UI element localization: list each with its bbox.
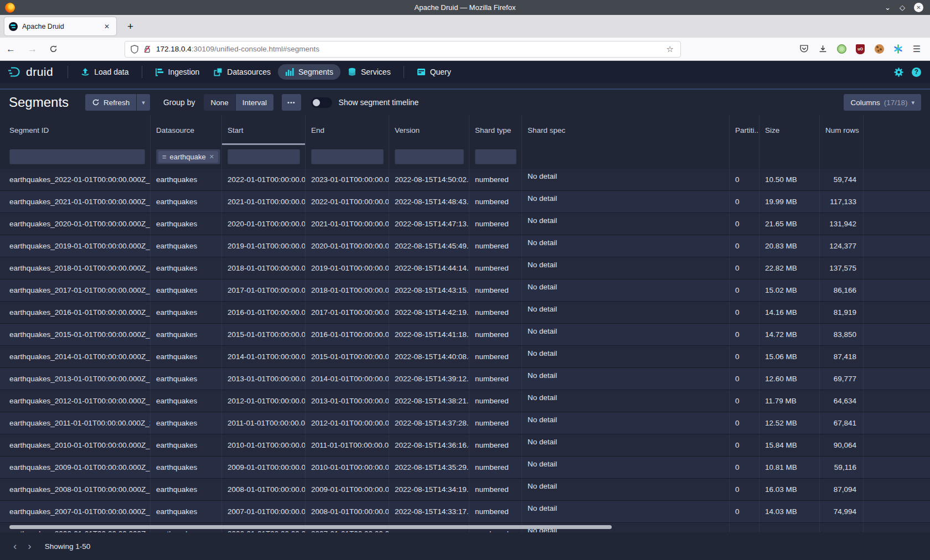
url-text[interactable]: 172.18.0.4:30109/unified-console.html#se… <box>156 45 665 53</box>
cell-id: earthquakes_2013-01-01T00:00:00.000Z_2..… <box>0 368 151 390</box>
table-row[interactable]: earthquakes_2007-01-01T00:00:00.000Z_2..… <box>0 501 930 523</box>
tab-close-icon[interactable]: ✕ <box>102 22 112 32</box>
column-header-start[interactable]: Start <box>222 115 306 145</box>
table-row[interactable]: earthquakes_2021-01-01T00:00:00.000Z_2..… <box>0 191 930 213</box>
cell-end: 2023-01-01T00:00:00.0... <box>306 169 389 190</box>
table-row[interactable]: earthquakes_2020-01-01T00:00:00.000Z_2..… <box>0 213 930 235</box>
filter-input-end[interactable] <box>311 149 384 164</box>
nav-item-segments[interactable]: Segments <box>278 64 340 80</box>
cell-shard-spec: No detail <box>522 390 730 412</box>
table-row[interactable]: earthquakes_2019-01-01T00:00:00.000Z_2..… <box>0 235 930 257</box>
refresh-button[interactable]: Refresh <box>85 94 136 111</box>
column-header-num-rows[interactable]: Num rows <box>820 115 864 145</box>
cell-trailing <box>864 479 930 500</box>
table-row[interactable]: earthquakes_2016-01-01T00:00:00.000Z_2..… <box>0 302 930 324</box>
column-header-size[interactable]: Size <box>760 115 820 145</box>
nav-item-label: Query <box>430 68 451 76</box>
table-row[interactable]: earthquakes_2011-01-01T00:00:00.000Z_2..… <box>0 412 930 434</box>
bookmark-star-icon[interactable]: ☆ <box>665 44 675 54</box>
table-row[interactable]: earthquakes_2013-01-01T00:00:00.000Z_2..… <box>0 368 930 390</box>
table-row[interactable]: earthquakes_2022-01-01T00:00:00.000Z_2..… <box>0 169 930 191</box>
ublock-shield-icon[interactable]: uO <box>855 44 866 55</box>
cell-start: 2007-01-01T00:00:00.0... <box>222 501 306 522</box>
cell-size: 19.99 MB <box>760 191 820 212</box>
cell-shard-type: numbered <box>469 279 522 301</box>
column-header-end[interactable]: End <box>306 115 389 145</box>
cell-shard-spec: No detail <box>522 457 730 478</box>
druid-logo[interactable]: druid <box>0 65 62 79</box>
cell-shard-spec: No detail <box>522 479 730 500</box>
table-row[interactable]: earthquakes_2009-01-01T00:00:00.000Z_2..… <box>0 457 930 479</box>
minimize-icon[interactable]: ⌄ <box>885 4 891 11</box>
cell-shard-type: numbered <box>469 235 522 257</box>
cell-shard-spec: No detail <box>522 501 730 522</box>
browser-tab[interactable]: Apache Druid ✕ <box>4 17 116 35</box>
tracking-shield-icon[interactable] <box>131 45 138 54</box>
extension-asterisk-icon[interactable] <box>892 44 903 55</box>
cell-partition: 0 <box>730 501 760 522</box>
help-icon[interactable]: ? <box>912 68 921 77</box>
column-header-shard-spec[interactable]: Shard spec <box>522 115 730 145</box>
column-header-partiti[interactable]: Partiti... <box>730 115 760 145</box>
url-bar[interactable]: 172.18.0.4:30109/unified-console.html#se… <box>125 41 681 58</box>
nav-item-load-data[interactable]: Load data <box>74 64 136 80</box>
columns-button[interactable]: Columns (17/18) ▾ <box>844 94 921 111</box>
filter-input-datasource[interactable]: = earthquake ✕ <box>156 149 220 164</box>
cell-version: 2022-08-15T14:36:16.4... <box>389 434 469 456</box>
cell-partition: 0 <box>730 390 760 412</box>
prev-page-icon[interactable]: ‹ <box>8 539 22 553</box>
cell-start: 2019-01-01T00:00:00.0... <box>222 235 306 257</box>
close-window-icon[interactable]: ✕ <box>914 3 923 12</box>
filter-input-segment-id[interactable] <box>9 149 145 164</box>
gear-icon[interactable] <box>893 67 904 77</box>
table-row[interactable]: earthquakes_2012-01-01T00:00:00.000Z_2..… <box>0 390 930 412</box>
cell-start: 2009-01-01T00:00:00.0... <box>222 457 306 478</box>
maximize-icon[interactable]: ◇ <box>900 4 905 11</box>
cell-trailing <box>864 279 930 301</box>
cell-version: 2022-08-15T14:45:49.1... <box>389 235 469 257</box>
table-row[interactable]: earthquakes_2010-01-01T00:00:00.000Z_2..… <box>0 434 930 457</box>
table-row[interactable]: earthquakes_2018-01-01T00:00:00.000Z_2..… <box>0 257 930 279</box>
cell-num-rows: 67,841 <box>820 412 864 434</box>
more-options-button[interactable]: ••• <box>282 94 301 111</box>
new-tab-button[interactable]: + <box>124 20 137 33</box>
column-header-shard-type[interactable]: Shard type <box>469 115 522 145</box>
cell-partition: 0 <box>730 324 760 345</box>
table-row[interactable]: earthquakes_2017-01-01T00:00:00.000Z_2..… <box>0 279 930 302</box>
cookie-extension-icon[interactable] <box>874 44 885 55</box>
columns-label: Columns <box>850 98 880 107</box>
cell-partition: 0 <box>730 191 760 212</box>
nav-item-services[interactable]: Services <box>340 64 398 80</box>
cell-partition: 0 <box>730 235 760 257</box>
table-row[interactable]: earthquakes_2014-01-01T00:00:00.000Z_2..… <box>0 346 930 368</box>
reload-icon[interactable] <box>43 43 64 55</box>
nav-item-datasources[interactable]: Datasources <box>206 64 278 80</box>
table-row[interactable]: earthquakes_2008-01-01T00:00:00.000Z_2..… <box>0 479 930 501</box>
filter-input-start[interactable] <box>228 149 300 164</box>
filter-input-version[interactable] <box>395 149 464 164</box>
nav-item-query[interactable]: Query <box>410 64 458 80</box>
column-header-segment-id[interactable]: Segment ID <box>0 115 151 145</box>
menu-icon[interactable]: ☰ <box>911 44 922 55</box>
datasource-filter-chip[interactable]: = earthquake ✕ <box>158 151 218 163</box>
remove-filter-icon[interactable]: ✕ <box>209 153 214 160</box>
refresh-caret-button[interactable]: ▾ <box>137 94 150 111</box>
back-icon[interactable]: ← <box>0 42 22 57</box>
downloads-icon[interactable] <box>817 44 828 55</box>
table-row[interactable]: earthquakes_2015-01-01T00:00:00.000Z_2..… <box>0 324 930 346</box>
next-page-icon[interactable]: › <box>22 539 37 553</box>
nav-item-ingestion[interactable]: Ingestion <box>148 64 207 80</box>
cell-id: earthquakes_2022-01-01T00:00:00.000Z_2..… <box>0 169 151 190</box>
filter-input-shard-type[interactable] <box>475 149 516 164</box>
group-by-interval-button[interactable]: Interval <box>236 94 273 111</box>
column-header-version[interactable]: Version <box>389 115 469 145</box>
cell-version: 2022-08-15T14:41:18.7... <box>389 324 469 345</box>
segment-timeline-toggle[interactable] <box>311 97 332 108</box>
extension-green-icon[interactable] <box>836 44 847 55</box>
horizontal-scrollbar[interactable] <box>9 525 612 529</box>
ingestion-icon <box>155 68 164 76</box>
group-by-none-button[interactable]: None <box>204 94 235 111</box>
column-header-datasource[interactable]: Datasource <box>151 115 222 145</box>
insecure-lock-icon[interactable] <box>143 45 151 54</box>
pocket-icon[interactable] <box>798 44 809 55</box>
